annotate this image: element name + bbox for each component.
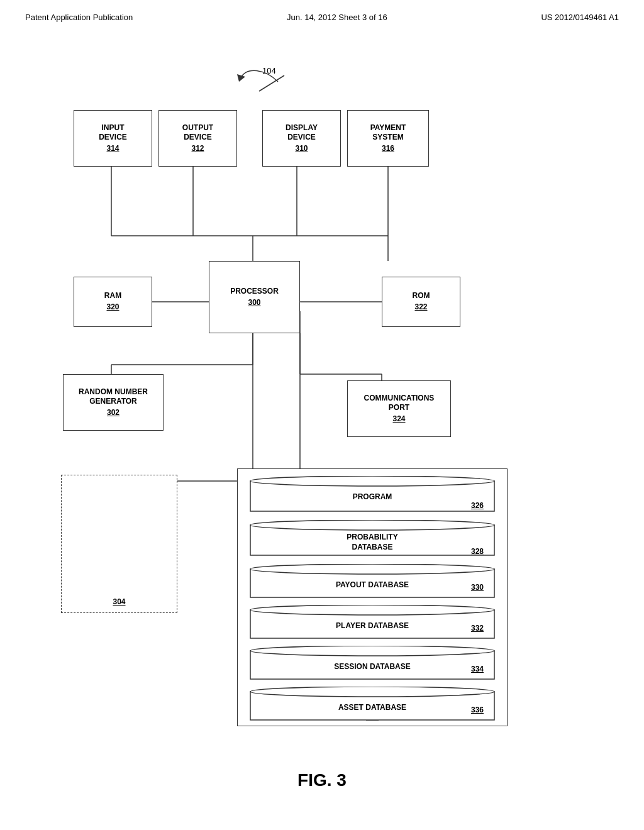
page-header: Patent Application Publication Jun. 14, … xyxy=(25,13,619,22)
storage-outer-box: 304 xyxy=(61,475,177,613)
payout-db-label: PAYOUT DATABASE xyxy=(250,580,495,589)
page: Patent Application Publication Jun. 14, … xyxy=(0,0,644,830)
payout-db-ref: 330 xyxy=(471,583,484,592)
svg-point-34 xyxy=(250,646,494,656)
header-right: US 2012/0149461 A1 xyxy=(541,13,619,22)
svg-line-0 xyxy=(259,75,284,91)
svg-point-26 xyxy=(250,476,494,486)
comm-port-ref: 324 xyxy=(392,414,405,424)
output-device-box: OUTPUTDEVICE 312 xyxy=(158,110,237,167)
asset-db-ref: 336 xyxy=(471,706,484,714)
header-center: Jun. 14, 2012 Sheet 3 of 16 xyxy=(287,13,387,22)
processor-label: PROCESSOR xyxy=(230,287,279,297)
diagram-area: 104 INPUTDEVICE 314 OUTPUTDEVICE 312 DIS… xyxy=(39,41,605,764)
asset-db-label: ASSET DATABASE xyxy=(250,703,495,712)
session-db-box: SESSION DATABASE 334 xyxy=(250,651,495,682)
ram-label: RAM xyxy=(104,291,121,301)
session-db-ref: 334 xyxy=(471,665,484,673)
player-db-ref: 332 xyxy=(471,624,484,633)
random-number-box: RANDOM NUMBERGENERATOR 302 xyxy=(63,374,164,431)
ref-104-label: 104 xyxy=(262,66,276,75)
storage-ref: 304 xyxy=(113,597,125,607)
payment-system-box: PAYMENTSYSTEM 316 xyxy=(347,110,429,167)
payout-db-box: PAYOUT DATABASE 330 xyxy=(250,569,495,600)
program-label: PROGRAM xyxy=(250,492,495,501)
output-device-label: OUTPUTDEVICE xyxy=(182,123,213,143)
random-number-label: RANDOM NUMBERGENERATOR xyxy=(79,387,148,407)
svg-point-28 xyxy=(250,520,494,530)
input-device-box: INPUTDEVICE 314 xyxy=(74,110,152,167)
asset-db-box: ASSET DATABASE 336 xyxy=(250,692,495,723)
rom-label: ROM xyxy=(413,291,430,301)
payment-system-label: PAYMENTSYSTEM xyxy=(370,123,406,143)
probability-db-ref: 328 xyxy=(471,547,484,556)
session-db-label: SESSION DATABASE xyxy=(250,662,495,671)
ram-box: RAM 320 xyxy=(74,277,152,327)
rom-ref: 322 xyxy=(414,302,427,313)
svg-point-36 xyxy=(250,687,494,697)
comm-port-label: COMMUNICATIONSPORT xyxy=(364,394,435,413)
input-device-label: INPUTDEVICE xyxy=(99,123,127,143)
rom-box: ROM 322 xyxy=(382,277,460,327)
probability-db-box: PROBABILITYDATABASE 328 xyxy=(250,525,495,560)
display-device-ref: 310 xyxy=(295,144,308,154)
ram-ref: 320 xyxy=(106,302,119,313)
input-device-ref: 314 xyxy=(106,144,119,154)
display-device-box: DISPLAYDEVICE 310 xyxy=(262,110,341,167)
random-number-ref: 302 xyxy=(107,408,119,418)
program-ref: 326 xyxy=(471,501,484,510)
comm-port-box: COMMUNICATIONSPORT 324 xyxy=(347,380,451,437)
arrow-104 xyxy=(209,57,303,101)
processor-ref: 300 xyxy=(248,298,260,308)
svg-point-30 xyxy=(250,564,494,574)
probability-db-label: PROBABILITYDATABASE xyxy=(250,533,495,552)
svg-point-32 xyxy=(250,605,494,615)
header-left: Patent Application Publication xyxy=(25,13,133,22)
processor-box: PROCESSOR 300 xyxy=(209,261,300,333)
player-db-label: PLAYER DATABASE xyxy=(250,621,495,630)
program-box: PROGRAM 326 xyxy=(250,481,495,516)
payment-system-ref: 316 xyxy=(382,144,394,154)
player-db-box: PLAYER DATABASE 332 xyxy=(250,610,495,641)
fig-label: FIG. 3 xyxy=(25,770,619,790)
display-device-label: DISPLAYDEVICE xyxy=(286,123,318,143)
svg-marker-24 xyxy=(237,74,245,82)
output-device-ref: 312 xyxy=(191,144,204,154)
